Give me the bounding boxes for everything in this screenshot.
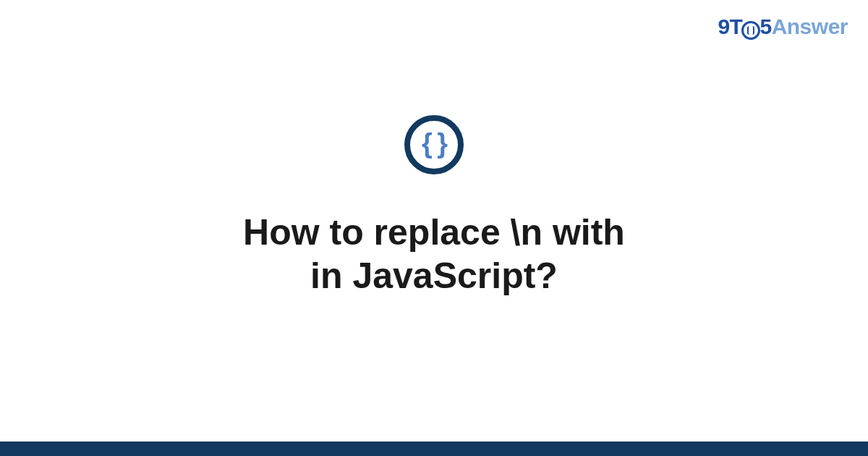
main-content: { } How to replace \n with in JavaScript… [0,0,868,442]
code-braces-icon: { } [404,115,464,174]
question-title: How to replace \n with in JavaScript? [243,211,625,297]
footer-bar [0,442,868,456]
braces-glyph: { } [422,130,446,157]
